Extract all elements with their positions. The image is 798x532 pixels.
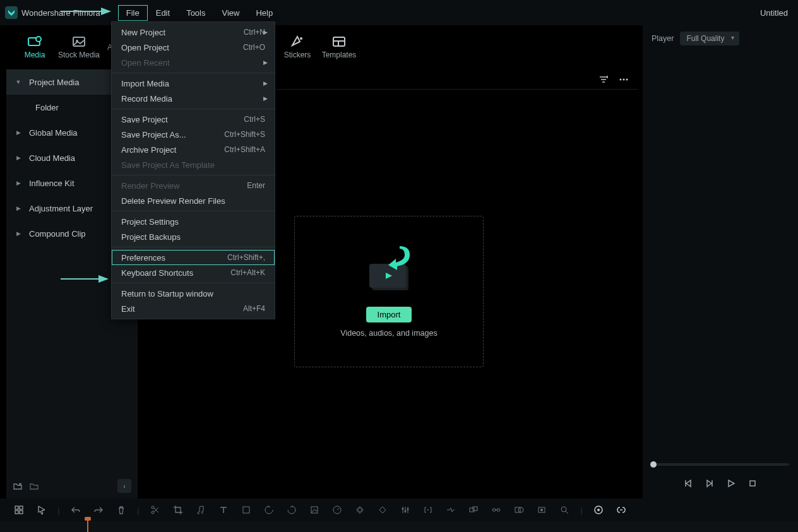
stop-icon[interactable]: [747, 478, 758, 488]
motion-track-icon[interactable]: [348, 501, 371, 519]
time-ruler[interactable]: [0, 521, 798, 532]
menu-item-label: Record Media: [121, 94, 265, 103]
tab-templates[interactable]: Templates: [317, 28, 361, 66]
player-controls: [643, 478, 798, 488]
svg-rect-35: [473, 507, 477, 511]
collapse-sidebar-button[interactable]: ‹: [117, 479, 131, 493]
separator: |: [576, 501, 587, 519]
prev-frame-icon[interactable]: [683, 478, 693, 488]
svg-point-31: [405, 511, 407, 512]
menu-item-label: Save Project As Template: [121, 160, 265, 170]
split-icon[interactable]: [144, 501, 167, 519]
svg-rect-22: [15, 511, 18, 514]
crop-icon[interactable]: [167, 501, 189, 519]
svg-point-42: [540, 509, 543, 511]
menu-item-label: Return to Startup window: [121, 289, 265, 299]
bracket-icon[interactable]: [417, 501, 439, 519]
submenu-arrow-icon: ▶: [263, 95, 268, 102]
menu-item-shortcut: Ctrl+N: [244, 28, 265, 37]
group-icon[interactable]: [462, 501, 485, 519]
svg-point-40: [518, 507, 523, 512]
menu-item-record-media[interactable]: Record Media▶: [112, 91, 275, 106]
audio-icon[interactable]: [189, 501, 212, 519]
delete-icon[interactable]: [110, 501, 133, 519]
tab-stickers-label: Stickers: [284, 50, 311, 59]
chevron-down-icon: ▼: [15, 79, 21, 85]
text-icon[interactable]: [212, 501, 235, 519]
menu-view[interactable]: View: [213, 5, 247, 21]
svg-line-44: [566, 511, 568, 514]
menu-item-preferences[interactable]: PreferencesCtrl+Shift+,: [112, 250, 275, 265]
tab-stickers[interactable]: Stickers: [278, 28, 317, 66]
crop-zoom-icon[interactable]: [235, 501, 258, 519]
chevron-right-icon: ▶: [15, 205, 21, 211]
progress-knob[interactable]: [650, 461, 657, 468]
svg-point-24: [152, 506, 154, 509]
speedometer-icon[interactable]: [326, 501, 348, 519]
submenu-arrow-icon: ▶: [263, 59, 268, 66]
keyframe-icon[interactable]: [371, 501, 394, 519]
menu-item-project-backups[interactable]: Project Backups: [112, 229, 275, 244]
folder-remove-icon[interactable]: [29, 481, 39, 491]
player-panel: Player Full Quality: [643, 25, 798, 499]
new-folder-icon[interactable]: [13, 481, 23, 491]
mixer-icon[interactable]: [394, 501, 417, 519]
chevron-right-icon: ▶: [15, 230, 21, 237]
link-icon[interactable]: [485, 501, 508, 519]
import-button[interactable]: Import: [366, 307, 412, 322]
menu-item-label: Delete Preview Render Files: [121, 196, 265, 206]
menu-item-save-project-as[interactable]: Save Project As...Ctrl+Shift+S: [112, 127, 275, 142]
submenu-arrow-icon: ▶: [263, 80, 268, 86]
playhead[interactable]: [87, 520, 88, 532]
manual-icon[interactable]: [439, 501, 462, 519]
menu-item-delete-preview-render-files[interactable]: Delete Preview Render Files: [112, 193, 275, 208]
menu-item-label: Exit: [121, 304, 243, 314]
player-progress[interactable]: [652, 463, 789, 466]
mask-icon[interactable]: [508, 501, 530, 519]
menu-item-label: Keyboard Shortcuts: [121, 268, 230, 278]
menu-edit[interactable]: Edit: [148, 5, 178, 21]
svg-point-12: [620, 78, 622, 80]
menu-item-label: Import Media: [121, 79, 265, 88]
menu-item-archive-project[interactable]: Archive ProjectCtrl+Shift+A: [112, 142, 275, 157]
speed-next-icon[interactable]: [280, 501, 303, 519]
render-icon[interactable]: [587, 501, 610, 519]
menu-item-save-project[interactable]: Save ProjectCtrl+S: [112, 112, 275, 127]
menu-tools[interactable]: Tools: [178, 5, 213, 21]
undo-icon[interactable]: [64, 501, 87, 519]
menu-item-keyboard-shortcuts[interactable]: Keyboard ShortcutsCtrl+Alt+K: [112, 265, 275, 280]
submenu-arrow-icon: ▶: [263, 29, 268, 35]
grid-tool-icon[interactable]: [8, 501, 30, 519]
select-tool-icon[interactable]: [30, 501, 53, 519]
import-hint: Videos, audios, and images: [340, 329, 437, 338]
templates-icon: [331, 35, 347, 48]
menu-item-exit[interactable]: ExitAlt+F4: [112, 301, 275, 316]
color-icon[interactable]: [303, 501, 326, 519]
marker-icon[interactable]: [530, 501, 553, 519]
chain-icon[interactable]: [610, 501, 633, 519]
svg-point-7: [300, 37, 302, 40]
filter-icon[interactable]: [598, 74, 609, 85]
menu-file[interactable]: File: [118, 5, 148, 21]
play-icon[interactable]: [726, 478, 736, 488]
next-frame-icon[interactable]: [705, 478, 715, 488]
menu-item-import-media[interactable]: Import Media▶: [112, 76, 275, 91]
menu-item-return-to-startup-window[interactable]: Return to Startup window: [112, 286, 275, 301]
menu-item-project-settings[interactable]: Project Settings: [112, 214, 275, 229]
menu-item-label: Save Project: [121, 115, 244, 124]
quality-dropdown[interactable]: Full Quality: [680, 32, 739, 45]
menu-help[interactable]: Help: [247, 5, 281, 21]
menu-item-label: Preferences: [121, 253, 227, 263]
more-icon[interactable]: [619, 74, 629, 85]
import-dropzone[interactable]: Import Videos, audios, and images: [294, 216, 484, 367]
tab-stock-media[interactable]: Stock Media: [54, 28, 104, 66]
menu-item-new-project[interactable]: New ProjectCtrl+N▶: [112, 25, 275, 40]
speed-prev-icon[interactable]: [258, 501, 280, 519]
redo-icon[interactable]: [87, 501, 110, 519]
timeline: | | |: [0, 499, 798, 532]
search-star-icon[interactable]: [553, 501, 576, 519]
menu-item-label: Open Project: [121, 43, 243, 52]
tab-media[interactable]: Media: [15, 28, 54, 66]
menu-item-open-project[interactable]: Open ProjectCtrl+O: [112, 40, 275, 55]
stock-media-icon: [71, 35, 86, 48]
